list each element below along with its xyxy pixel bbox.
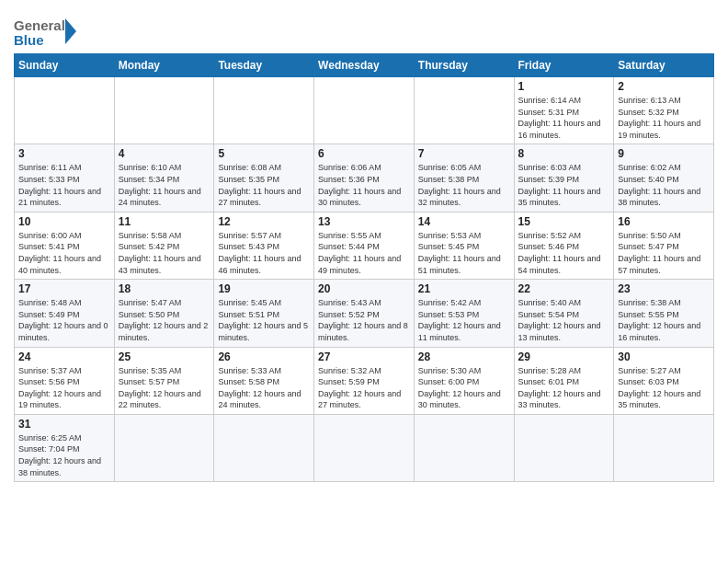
cell-info: Sunrise: 5:33 AM Sunset: 5:58 PM Dayligh… (218, 365, 310, 411)
calendar-cell: 23Sunrise: 5:38 AM Sunset: 5:55 PM Dayli… (614, 280, 714, 347)
cell-info: Sunrise: 5:52 AM Sunset: 5:46 PM Dayligh… (518, 230, 610, 276)
calendar-cell: 18Sunrise: 5:47 AM Sunset: 5:50 PM Dayli… (114, 280, 214, 347)
svg-text:General: General (14, 17, 65, 33)
cell-info: Sunrise: 5:45 AM Sunset: 5:51 PM Dayligh… (218, 297, 310, 343)
cell-info: Sunrise: 5:35 AM Sunset: 5:57 PM Dayligh… (119, 365, 210, 411)
cell-info: Sunrise: 6:13 AM Sunset: 5:32 PM Dayligh… (618, 95, 710, 141)
cell-info: Sunrise: 6:05 AM Sunset: 5:38 PM Dayligh… (418, 162, 510, 208)
cell-info: Sunrise: 6:03 AM Sunset: 5:39 PM Dayligh… (518, 162, 610, 208)
calendar-cell (514, 414, 614, 481)
day-number: 1 (518, 80, 610, 93)
day-number: 4 (119, 147, 210, 160)
day-header-saturday: Saturday (614, 54, 714, 77)
day-number: 29 (518, 350, 610, 363)
day-number: 13 (318, 215, 410, 228)
cell-info: Sunrise: 5:53 AM Sunset: 5:45 PM Dayligh… (418, 230, 510, 276)
calendar-cell: 25Sunrise: 5:35 AM Sunset: 5:57 PM Dayli… (114, 347, 214, 414)
calendar-week-3: 10Sunrise: 6:00 AM Sunset: 5:41 PM Dayli… (15, 212, 714, 279)
cell-info: Sunrise: 5:47 AM Sunset: 5:50 PM Dayligh… (119, 297, 210, 343)
calendar-cell: 2Sunrise: 6:13 AM Sunset: 5:32 PM Daylig… (614, 77, 714, 144)
calendar-week-1: 1Sunrise: 6:14 AM Sunset: 5:31 PM Daylig… (15, 77, 714, 144)
calendar-cell: 9Sunrise: 6:02 AM Sunset: 5:40 PM Daylig… (614, 144, 714, 212)
day-number: 31 (18, 418, 110, 431)
calendar-body: 1Sunrise: 6:14 AM Sunset: 5:31 PM Daylig… (15, 77, 714, 482)
cell-info: Sunrise: 5:32 AM Sunset: 5:59 PM Dayligh… (318, 365, 410, 411)
calendar-cell: 15Sunrise: 5:52 AM Sunset: 5:46 PM Dayli… (514, 212, 614, 279)
cell-info: Sunrise: 6:10 AM Sunset: 5:34 PM Dayligh… (119, 162, 210, 208)
cell-info: Sunrise: 5:57 AM Sunset: 5:43 PM Dayligh… (218, 230, 310, 276)
logo-image: GeneralBlue (14, 15, 78, 48)
day-number: 8 (518, 147, 610, 160)
calendar-cell (214, 414, 314, 481)
day-number: 20 (318, 282, 410, 295)
cell-info: Sunrise: 6:14 AM Sunset: 5:31 PM Dayligh… (518, 95, 610, 141)
calendar-cell: 26Sunrise: 5:33 AM Sunset: 5:58 PM Dayli… (214, 347, 314, 414)
calendar-week-2: 3Sunrise: 6:11 AM Sunset: 5:33 PM Daylig… (15, 144, 714, 212)
day-number: 25 (119, 350, 210, 363)
cell-info: Sunrise: 5:50 AM Sunset: 5:47 PM Dayligh… (618, 230, 710, 276)
cell-info: Sunrise: 6:11 AM Sunset: 5:33 PM Dayligh… (18, 162, 110, 208)
calendar-cell: 14Sunrise: 5:53 AM Sunset: 5:45 PM Dayli… (414, 212, 514, 279)
svg-marker-2 (65, 18, 76, 44)
day-number: 16 (618, 215, 710, 228)
day-header-monday: Monday (114, 54, 214, 77)
cell-info: Sunrise: 6:02 AM Sunset: 5:40 PM Dayligh… (618, 162, 710, 208)
cell-info: Sunrise: 5:42 AM Sunset: 5:53 PM Dayligh… (418, 297, 510, 343)
calendar-week-4: 17Sunrise: 5:48 AM Sunset: 5:49 PM Dayli… (15, 280, 714, 347)
calendar-week-6: 31Sunrise: 6:25 AM Sunset: 7:04 PM Dayli… (15, 414, 714, 481)
calendar-cell (15, 77, 115, 144)
calendar-week-5: 24Sunrise: 5:37 AM Sunset: 5:56 PM Dayli… (15, 347, 714, 414)
day-header-tuesday: Tuesday (214, 54, 314, 77)
day-header-thursday: Thursday (414, 54, 514, 77)
day-number: 22 (518, 282, 610, 295)
day-number: 14 (418, 215, 510, 228)
calendar-cell (114, 414, 214, 481)
day-header-friday: Friday (514, 54, 614, 77)
calendar-header: SundayMondayTuesdayWednesdayThursdayFrid… (15, 54, 714, 77)
day-number: 11 (119, 215, 210, 228)
calendar-cell: 19Sunrise: 5:45 AM Sunset: 5:51 PM Dayli… (214, 280, 314, 347)
cell-info: Sunrise: 5:48 AM Sunset: 5:49 PM Dayligh… (18, 297, 110, 343)
calendar-cell: 12Sunrise: 5:57 AM Sunset: 5:43 PM Dayli… (214, 212, 314, 279)
day-number: 6 (318, 147, 410, 160)
day-number: 7 (418, 147, 510, 160)
calendar-table: SundayMondayTuesdayWednesdayThursdayFrid… (14, 53, 714, 482)
day-number: 30 (618, 350, 710, 363)
cell-info: Sunrise: 5:38 AM Sunset: 5:55 PM Dayligh… (618, 297, 710, 343)
cell-info: Sunrise: 5:28 AM Sunset: 6:01 PM Dayligh… (518, 365, 610, 411)
logo: GeneralBlue (14, 15, 78, 48)
day-number: 12 (218, 215, 310, 228)
day-number: 23 (618, 282, 710, 295)
cell-info: Sunrise: 5:40 AM Sunset: 5:54 PM Dayligh… (518, 297, 610, 343)
calendar-cell: 3Sunrise: 6:11 AM Sunset: 5:33 PM Daylig… (15, 144, 115, 212)
cell-info: Sunrise: 5:58 AM Sunset: 5:42 PM Dayligh… (119, 230, 210, 276)
cell-info: Sunrise: 6:00 AM Sunset: 5:41 PM Dayligh… (18, 230, 110, 276)
calendar-cell (614, 414, 714, 481)
calendar-cell: 28Sunrise: 5:30 AM Sunset: 6:00 PM Dayli… (414, 347, 514, 414)
calendar-cell: 21Sunrise: 5:42 AM Sunset: 5:53 PM Dayli… (414, 280, 514, 347)
calendar-cell: 6Sunrise: 6:06 AM Sunset: 5:36 PM Daylig… (314, 144, 415, 212)
calendar-cell (114, 77, 214, 144)
day-number: 10 (18, 215, 110, 228)
day-number: 24 (18, 350, 110, 363)
calendar-cell (314, 414, 415, 481)
calendar-cell (314, 77, 415, 144)
day-number: 26 (218, 350, 310, 363)
cell-info: Sunrise: 6:06 AM Sunset: 5:36 PM Dayligh… (318, 162, 410, 208)
calendar-cell (414, 414, 514, 481)
day-number: 27 (318, 350, 410, 363)
header: GeneralBlue (14, 9, 714, 48)
day-number: 19 (218, 282, 310, 295)
day-number: 17 (18, 282, 110, 295)
calendar-cell: 10Sunrise: 6:00 AM Sunset: 5:41 PM Dayli… (15, 212, 115, 279)
calendar-cell: 17Sunrise: 5:48 AM Sunset: 5:49 PM Dayli… (15, 280, 115, 347)
day-number: 21 (418, 282, 510, 295)
day-number: 18 (119, 282, 210, 295)
calendar-cell: 20Sunrise: 5:43 AM Sunset: 5:52 PM Dayli… (314, 280, 415, 347)
cell-info: Sunrise: 6:08 AM Sunset: 5:35 PM Dayligh… (218, 162, 310, 208)
cell-info: Sunrise: 5:27 AM Sunset: 6:03 PM Dayligh… (618, 365, 710, 411)
calendar-cell: 27Sunrise: 5:32 AM Sunset: 5:59 PM Dayli… (314, 347, 415, 414)
calendar-cell: 11Sunrise: 5:58 AM Sunset: 5:42 PM Dayli… (114, 212, 214, 279)
day-number: 2 (618, 80, 710, 93)
day-headers-row: SundayMondayTuesdayWednesdayThursdayFrid… (15, 54, 714, 77)
